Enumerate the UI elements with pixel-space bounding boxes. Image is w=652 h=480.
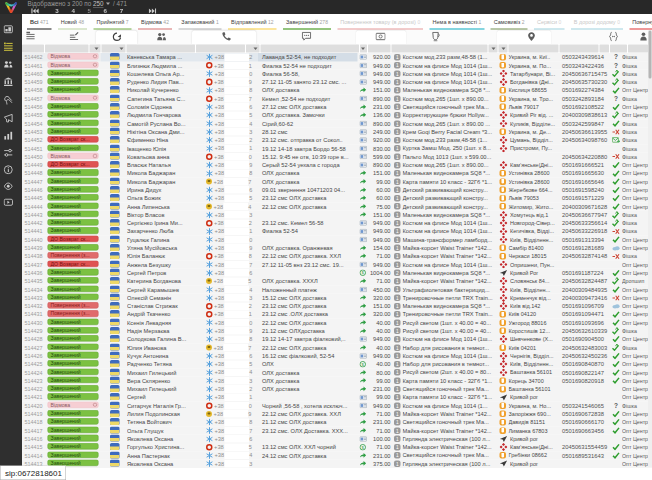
svg-text:$: $ [362, 362, 365, 367]
svg-text:$: $ [362, 270, 365, 275]
svg-text:$: $ [362, 445, 365, 450]
